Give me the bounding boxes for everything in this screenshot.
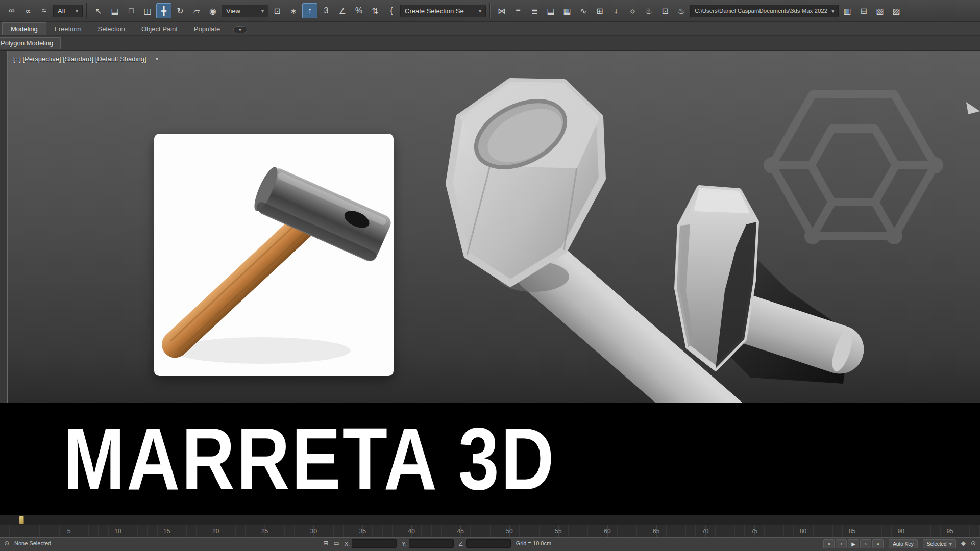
named-selection-set-dropdown[interactable]: Create Selection Se ▾ — [400, 5, 486, 17]
select-by-name-icon[interactable]: ▤ — [107, 3, 122, 18]
selection-filter-dropdown[interactable]: All ▾ — [53, 5, 83, 17]
scene-explorer-icon[interactable]: ≣ — [527, 3, 542, 18]
ruler-tick-label: 55 — [555, 528, 561, 535]
ruler-tick-label: 40 — [408, 528, 415, 535]
reference-coordinate-value: View — [226, 7, 240, 15]
angle-snap-icon[interactable]: ∠ — [335, 3, 350, 18]
rectangular-selection-region-icon[interactable]: □ — [124, 3, 139, 18]
select-and-scale-icon[interactable]: ▱ — [189, 3, 204, 18]
toolbar-separator — [489, 3, 491, 18]
set-key-icon[interactable]: ◆ — [961, 539, 966, 547]
schematic-view-icon[interactable]: ⊞ — [592, 3, 607, 18]
playback-button[interactable]: › — [860, 539, 871, 548]
ruler-tick-label: 25 — [261, 528, 268, 535]
align-icon[interactable]: ≡ — [510, 3, 526, 18]
select-and-link-icon[interactable]: ∞ — [4, 3, 19, 18]
ruler-tick-label: 50 — [506, 528, 512, 535]
filter-funnel-icon[interactable]: ▼ — [155, 56, 160, 62]
playback-button[interactable]: » — [872, 539, 884, 548]
playback-button[interactable]: « — [823, 539, 835, 548]
project-path-value: C:\Users\Daniel Caspari\Documents\3ds Ma… — [695, 8, 827, 14]
title-banner: MARRETA 3D — [0, 403, 980, 515]
grid-toggle-icon[interactable]: ⊞ — [323, 539, 328, 547]
ruler-tick-label: 15 — [163, 528, 170, 535]
3ds-max-window: ∞∝≈ All ▾ ↖▤□◫╋↻▱◉ View ▾ ⊡∗↑3∠%⇅{ Creat… — [0, 0, 980, 551]
chevron-down-icon: ▾ — [479, 8, 481, 14]
open-container-icon[interactable]: ⊟ — [856, 3, 871, 18]
key-filter-dropdown[interactable]: Selected ▾ — [923, 539, 956, 548]
x-coordinate-field[interactable] — [352, 539, 397, 548]
select-and-manipulate-icon[interactable]: ∗ — [286, 3, 301, 18]
ruler-tick-label: 5 — [67, 528, 71, 535]
ruler-tick-label: 20 — [212, 528, 219, 535]
chevron-down-icon: ▾ — [831, 8, 834, 14]
window-crossing-toggle-icon[interactable]: ◫ — [140, 3, 155, 18]
banner-title: MARRETA 3D — [0, 415, 556, 503]
ruler-tick-label: 30 — [310, 528, 317, 535]
viewport-3d-render — [0, 51, 980, 403]
ribbon-toggle-icon[interactable]: ▦ — [559, 3, 575, 18]
ruler-tick-label: 60 — [604, 528, 610, 535]
asset-tracking-icon[interactable]: ▧ — [872, 3, 888, 18]
selection-lock-icon[interactable]: ⊙ — [4, 539, 9, 547]
select-object-icon[interactable]: ↖ — [91, 3, 106, 18]
rendered-frame-window-icon[interactable]: ⊡ — [657, 3, 673, 18]
viewport-label[interactable]: [+] [Perspective] [Standard] [Default Sh… — [13, 55, 159, 63]
playback-button[interactable]: ▶ — [848, 539, 859, 548]
layer-explorer-icon[interactable]: ▤ — [543, 3, 558, 18]
render-setup-icon[interactable]: ♨ — [641, 3, 656, 18]
select-and-move-icon[interactable]: ╋ — [156, 3, 172, 18]
spinner-snap-icon[interactable]: ⇅ — [368, 3, 383, 18]
snap-toggle-icon[interactable]: ▭ — [333, 539, 339, 547]
select-and-place-icon[interactable]: ◉ — [205, 3, 220, 18]
time-slider-handle[interactable] — [19, 516, 24, 524]
scene-script-icon[interactable]: ▥ — [840, 3, 855, 18]
tab-freeform[interactable]: Freeform — [46, 23, 90, 35]
viewport-label-text: [+] [Perspective] [Standard] [Default Sh… — [13, 55, 146, 63]
grid-size-readout: Grid = 10.0cm — [516, 539, 551, 547]
render-production-icon[interactable]: ♨ — [674, 3, 689, 18]
ruler-tick-label: 85 — [849, 528, 855, 535]
use-pivot-point-center-icon[interactable]: ⊡ — [270, 3, 285, 18]
playback-button[interactable]: ‹ — [836, 539, 847, 548]
z-coordinate-field[interactable] — [466, 539, 511, 548]
tab-selection[interactable]: Selection — [90, 23, 133, 35]
reference-image — [154, 134, 394, 376]
toolbar-separator — [86, 3, 87, 18]
project-path-field[interactable]: C:\Users\Daniel Caspari\Documents\3ds Ma… — [690, 5, 839, 17]
main-toolbar: ∞∝≈ All ▾ ↖▤□◫╋↻▱◉ View ▾ ⊡∗↑3∠%⇅{ Creat… — [0, 0, 980, 22]
chevron-down-icon: ▾ — [949, 541, 952, 547]
ruler-tick-label: 45 — [457, 528, 464, 535]
y-coordinate-field[interactable] — [409, 539, 454, 548]
select-and-rotate-icon[interactable]: ↻ — [173, 3, 188, 18]
ruler-tick-label: 95 — [947, 528, 953, 535]
environment-icon[interactable]: ☼ — [625, 3, 640, 18]
percent-snap-icon[interactable]: % — [351, 3, 366, 18]
auto-key-button[interactable]: Auto Key — [889, 539, 918, 548]
mirror-icon[interactable]: ⋈ — [494, 3, 509, 18]
chevron-down-icon: ▾ — [76, 8, 78, 14]
keyboard-shortcut-override-icon[interactable]: ↑ — [302, 3, 317, 18]
polygon-modeling-panel-tab[interactable]: Polygon Modeling — [0, 37, 61, 49]
unlink-selection-icon[interactable]: ∝ — [20, 3, 36, 18]
bind-to-space-warp-icon[interactable]: ≈ — [37, 3, 52, 18]
selection-filter-value: All — [58, 7, 65, 15]
cube-logo-watermark — [764, 94, 943, 244]
curve-editor-icon[interactable]: ∿ — [576, 3, 591, 18]
workspace-icon[interactable]: ▨ — [889, 3, 904, 18]
render-to-texture-icon[interactable]: ↓ — [608, 3, 624, 18]
zoom-extents-icon[interactable]: ⊙ — [971, 539, 976, 547]
tab-object-paint[interactable]: Object Paint — [133, 23, 186, 35]
tab-populate[interactable]: Populate — [186, 23, 228, 35]
perspective-viewport[interactable]: [+] [Perspective] [Standard] [Default Sh… — [0, 51, 980, 403]
reference-coordinate-dropdown[interactable]: View ▾ — [222, 5, 268, 17]
edit-named-selection-sets-icon[interactable]: { — [384, 3, 399, 18]
hammer-3d-model-secondary[interactable] — [677, 188, 856, 384]
ribbon-overflow-button[interactable]: ▾ — [233, 26, 247, 33]
time-slider-track[interactable] — [0, 515, 980, 525]
ribbon-panel-strip: Polygon Modeling — [0, 36, 980, 51]
timeline-ruler[interactable]: 5101520253035404550556065707580859095 — [0, 525, 980, 537]
tab-modeling[interactable]: Modeling — [2, 22, 46, 35]
ruler-tick-label: 10 — [114, 528, 121, 535]
snaps-toggle-icon[interactable]: 3 — [318, 3, 334, 18]
